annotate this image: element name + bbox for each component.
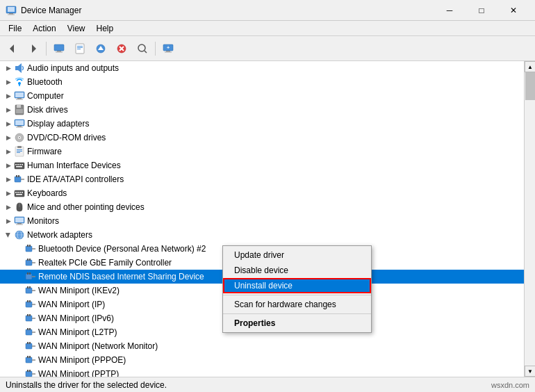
uninstall-button[interactable]: [112, 39, 131, 58]
svg-rect-110: [27, 370, 28, 372]
add-device-button[interactable]: +: [158, 39, 178, 58]
tree-item-label: WAN Miniport (PPPOE): [38, 355, 126, 365]
update-driver-button[interactable]: [91, 39, 110, 58]
svg-rect-30: [17, 98, 22, 99]
tree-item-label: Bluetooth Device (Personal Area Network)…: [38, 244, 206, 254]
menu-bar: File Action View Help: [0, 21, 535, 36]
tree-item-wan-pptp[interactable]: WAN Miniport (PPTP): [0, 367, 524, 377]
tree-item-wan-pppoe[interactable]: WAN Miniport (PPPOE): [0, 353, 524, 367]
device-icon: [14, 188, 25, 199]
expand-arrow[interactable]: ▶: [3, 118, 14, 129]
scroll-up-arrow[interactable]: ▲: [525, 61, 535, 72]
device-icon: [14, 76, 25, 88]
device-icon: [25, 243, 36, 254]
svg-rect-86: [27, 286, 28, 288]
context-menu-item-uninstall-device[interactable]: Uninstall device: [223, 278, 371, 293]
forward-button[interactable]: [24, 39, 43, 58]
scan-button[interactable]: [133, 39, 152, 58]
device-icon: [25, 313, 36, 324]
tree-item-display[interactable]: ▶ Display adapters: [0, 117, 524, 131]
tree-item-label: Realtek PCIe GbE Family Controller: [38, 258, 172, 268]
tree-item-monitors[interactable]: ▶ Monitors: [0, 214, 524, 228]
tree-item-label: Network adapters: [27, 230, 92, 240]
expand-arrow[interactable]: ▶: [3, 76, 14, 88]
watermark: wsxdn.com: [491, 381, 529, 389]
main-area: ▶ Audio inputs and outputs▶ Bluetooth▶ C…: [0, 61, 535, 377]
tree-item-label: DVD/CD-ROM drives: [27, 133, 106, 142]
tree-item-network[interactable]: ▶ Network adapters: [0, 228, 524, 242]
svg-rect-89: [26, 302, 32, 307]
svg-rect-1: [8, 7, 15, 12]
tree-item-label: Human Interface Devices: [27, 161, 121, 170]
tree-item-mice[interactable]: ▶ Mice and other pointing devices: [0, 200, 524, 214]
properties-button[interactable]: [70, 39, 90, 58]
svg-text:+: +: [167, 45, 170, 50]
back-button[interactable]: [3, 39, 22, 58]
expand-arrow[interactable]: ▶: [3, 160, 14, 171]
context-menu-separator: [223, 313, 371, 314]
tree-item-disk[interactable]: ▶ Disk drives: [0, 103, 524, 117]
device-icon: [14, 63, 25, 74]
tree-item-dvd[interactable]: ▶ DVD/CD-ROM drives: [0, 131, 524, 145]
menu-file[interactable]: File: [3, 22, 27, 35]
svg-rect-101: [26, 343, 32, 349]
context-menu-item-disable-device[interactable]: Disable device: [223, 263, 371, 278]
svg-rect-38: [16, 127, 23, 128]
expand-arrow[interactable]: ▶: [3, 188, 14, 199]
tree-item-label: IDE ATA/ATAPI controllers: [27, 174, 124, 184]
svg-rect-83: [29, 272, 31, 275]
expand-arrow[interactable]: ▶: [3, 229, 14, 240]
device-icon: [14, 202, 25, 213]
expand-arrow[interactable]: ▶: [3, 104, 14, 115]
scroll-track[interactable]: [525, 72, 535, 366]
device-icon: [25, 257, 36, 268]
tree-item-bluetooth[interactable]: ▶ Bluetooth: [0, 75, 524, 89]
svg-rect-29: [15, 92, 24, 97]
svg-rect-77: [26, 260, 32, 266]
device-icon: [25, 299, 36, 310]
context-menu-item-scan[interactable]: Scan for hardware changes: [223, 297, 371, 312]
svg-rect-90: [27, 300, 28, 302]
tree-item-keyboards[interactable]: ▶ Keyboards: [0, 186, 524, 200]
expand-arrow[interactable]: ▶: [3, 174, 14, 185]
vertical-scrollbar[interactable]: ▲ ▼: [524, 61, 535, 377]
svg-rect-51: [22, 164, 23, 165]
svg-rect-97: [26, 329, 32, 335]
tree-item-label: Display adapters: [27, 119, 89, 129]
minimize-button[interactable]: ─: [434, 0, 466, 21]
tree-item-ide[interactable]: ▶ IDE ATA/ATAPI controllers: [0, 172, 524, 186]
expand-arrow[interactable]: ▶: [3, 215, 14, 227]
svg-rect-12: [77, 49, 81, 49]
svg-rect-44: [17, 149, 22, 150]
context-menu-item-update-driver[interactable]: Update driver: [223, 247, 371, 263]
scroll-thumb[interactable]: [525, 72, 535, 100]
expand-arrow[interactable]: ▶: [3, 90, 14, 101]
maximize-button[interactable]: □: [466, 0, 497, 21]
scroll-down-arrow[interactable]: ▼: [525, 366, 535, 377]
tree-item-wan-netmon[interactable]: WAN Miniport (Network Monitor): [0, 339, 524, 353]
menu-view[interactable]: View: [62, 22, 91, 35]
context-menu-item-properties[interactable]: Properties: [223, 316, 371, 331]
expand-arrow[interactable]: ▶: [3, 132, 14, 143]
computer-button[interactable]: [49, 39, 69, 58]
tree-item-computer[interactable]: ▶ Computer: [0, 89, 524, 103]
device-icon: [25, 327, 36, 338]
tree-item-hid[interactable]: ▶ Human Interface Devices: [0, 158, 524, 172]
window-title: Device Manager: [21, 6, 434, 15]
svg-rect-107: [29, 356, 31, 358]
tree-item-firmware[interactable]: ▶ Firmware: [0, 145, 524, 158]
svg-rect-95: [29, 314, 31, 316]
menu-help[interactable]: Help: [91, 22, 120, 35]
close-button[interactable]: ✕: [497, 0, 529, 21]
svg-rect-99: [29, 328, 31, 330]
svg-rect-65: [15, 218, 24, 222]
expand-arrow[interactable]: ▶: [3, 146, 14, 157]
svg-rect-53: [15, 177, 21, 182]
device-icon: [14, 132, 25, 143]
expand-arrow[interactable]: ▶: [3, 63, 14, 74]
expand-arrow[interactable]: ▶: [3, 202, 14, 213]
menu-action[interactable]: Action: [27, 22, 61, 35]
svg-rect-23: [165, 51, 172, 52]
svg-rect-75: [29, 245, 31, 247]
tree-item-audio[interactable]: ▶ Audio inputs and outputs: [0, 61, 524, 75]
